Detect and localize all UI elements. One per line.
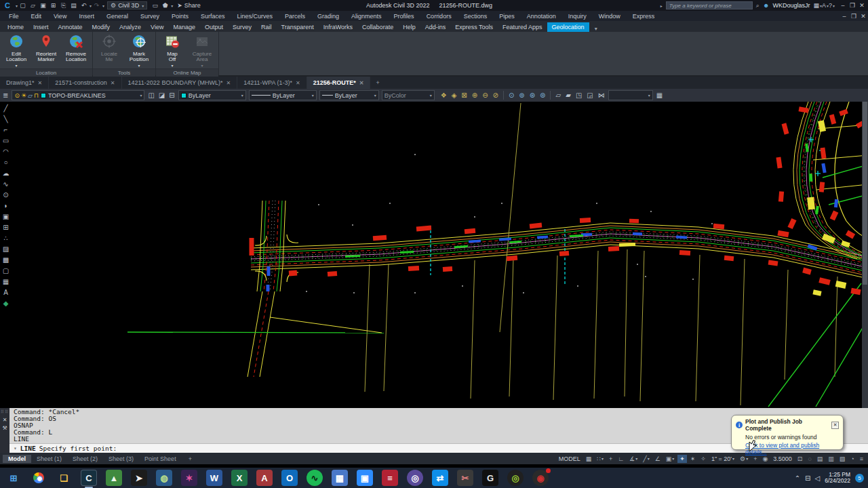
linetype-dropdown[interactable]: ByLayer ▾: [249, 90, 317, 100]
search-icon[interactable]: ⌕: [756, 2, 760, 9]
layer-properties-icon[interactable]: ≣: [2, 92, 9, 99]
unlock-layer-icon[interactable]: ⊜: [539, 92, 546, 99]
save-as-icon[interactable]: ⊞: [48, 2, 58, 9]
ribbon-tab-modify[interactable]: Modify: [87, 22, 115, 32]
ribbon-tab-express-tools[interactable]: Express Tools: [450, 22, 498, 32]
osnap-tracking-icon[interactable]: ∠: [653, 455, 663, 463]
mark-position-button[interactable]: Mark Position▾: [125, 33, 153, 68]
ribbon-tab-help[interactable]: Help: [398, 22, 420, 32]
scrollbar-thumb[interactable]: [863, 102, 867, 285]
ribbon-tab-home[interactable]: Home: [3, 22, 28, 32]
help-icon-caret[interactable]: ▾: [833, 3, 835, 8]
ribbon-tab-infraworks[interactable]: InfraWorks: [319, 22, 357, 32]
ribbon-tab-add-ins[interactable]: Add-ins: [420, 22, 451, 32]
menu-inquiry[interactable]: Inquiry: [562, 13, 593, 20]
extend-icon[interactable]: ◲: [586, 92, 593, 99]
drawing-canvas[interactable]: ╱╲⌐▭◠○☁∿⊙◗▣⊞∴▨▩▢▦A◆: [0, 102, 868, 408]
layout-tab-sheet-3[interactable]: Sheet (3): [103, 455, 139, 463]
polar-tracking-icon[interactable]: ∡▾: [627, 455, 639, 463]
panel-title-location[interactable]: Location: [0, 68, 92, 77]
doc-tab-drawing1[interactable]: Drawing1*✕: [0, 77, 49, 89]
menu-survey[interactable]: Survey: [134, 13, 165, 20]
doc-tab-close-icon[interactable]: ✕: [111, 80, 115, 86]
doc-tab-21256-route[interactable]: 21256-ROUTE*✕: [307, 77, 371, 89]
doc-restore-button[interactable]: ❐: [849, 13, 859, 20]
terrain-app[interactable]: ▲: [106, 470, 122, 486]
layout-tab-point-sheet[interactable]: Point Sheet: [139, 455, 182, 463]
plot-status-icon[interactable]: ▤: [815, 455, 825, 463]
doc-tab-21571-construction[interactable]: 21571-construction✕: [49, 77, 121, 89]
workspace-switching-icon[interactable]: ⚙▾: [738, 455, 750, 463]
line-tool-icon[interactable]: ╱: [1, 103, 11, 113]
map-off-button[interactable]: Map Off▾: [158, 33, 186, 68]
notification-close-button[interactable]: ✕: [831, 422, 839, 429]
ellipse-arc-tool-icon[interactable]: ◗: [1, 201, 11, 211]
doc-tab-close-icon[interactable]: ✕: [38, 80, 43, 86]
ribbon-tab-survey[interactable]: Survey: [228, 22, 256, 32]
search-expand-caret-icon[interactable]: ▸: [660, 3, 663, 8]
polyline-tool-icon[interactable]: ⌐: [1, 125, 11, 135]
remove-location-button[interactable]: Remove Location: [62, 33, 90, 63]
quick-properties-icon[interactable]: ⊡: [795, 455, 805, 463]
copy-nested-icon[interactable]: ▱: [555, 92, 561, 99]
doc-tab-14211-wpa-1-3[interactable]: 14211-WPA (1-3)*✕: [237, 77, 307, 89]
revision-cloud-tool-icon[interactable]: ☁: [1, 168, 11, 178]
restore-button[interactable]: ❐: [848, 2, 857, 9]
command-window-grip[interactable]: ⠿⠿ ✕ ⚒: [0, 408, 9, 453]
gradient-tool-icon[interactable]: ▩: [1, 255, 11, 265]
menu-lines-curves[interactable]: Lines/Curves: [231, 13, 279, 20]
region-tool-icon[interactable]: ▢: [1, 266, 11, 276]
redo-icon[interactable]: ↷: [92, 2, 102, 9]
zoom-app[interactable]: ▣: [357, 470, 373, 486]
spotify-app[interactable]: ∿: [307, 470, 323, 486]
menu-points[interactable]: Points: [165, 13, 195, 20]
logitech-app[interactable]: G: [482, 470, 498, 486]
access-app[interactable]: A: [256, 470, 273, 486]
menu-express[interactable]: Express: [627, 13, 661, 20]
doc-tab-14211-2022-boundary-mhwl[interactable]: 14211-2022 BOUNDARY (MHWL)*✕: [122, 77, 238, 89]
units-icon[interactable]: ◉: [760, 455, 770, 463]
layer-isolate-icon[interactable]: ⊟: [168, 92, 175, 99]
excel-app[interactable]: X: [231, 470, 248, 486]
panel-title-online-map[interactable]: Online Map: [156, 68, 218, 77]
teamviewer-app[interactable]: ⇄: [432, 470, 448, 486]
file-explorer-app[interactable]: ❏: [56, 470, 72, 486]
layout-tab-sheet-2[interactable]: Sheet (2): [67, 455, 103, 463]
calculator-app[interactable]: ▦: [332, 470, 348, 486]
autodesk-a-icon[interactable]: A: [822, 2, 826, 9]
edit-location-button[interactable]: Edit Location▾: [2, 33, 31, 68]
start-button[interactable]: ⊞: [5, 470, 22, 486]
hatch-tool-icon[interactable]: ▨: [1, 244, 11, 254]
chrome-app[interactable]: [31, 470, 47, 486]
ribbon-tab-annotate[interactable]: Annotate: [54, 22, 87, 32]
application-menu-button[interactable]: C: [0, 1, 15, 10]
layer-walk-icon[interactable]: ⊘: [492, 92, 499, 99]
workspace-dropdown[interactable]: ⚙ Civil 3D ▾: [107, 1, 147, 9]
civil3d-app[interactable]: C: [81, 470, 97, 486]
earth-app[interactable]: ◍: [156, 470, 172, 486]
share-button[interactable]: ➤ Share: [177, 2, 201, 9]
layer-off-icon[interactable]: ⊠: [460, 92, 467, 99]
ribbon-tab-manage[interactable]: Manage: [168, 22, 200, 32]
redo-icon-caret[interactable]: ▾: [102, 3, 104, 8]
volume-tray-icon[interactable]: ◁: [814, 474, 820, 482]
lineweight-value[interactable]: 3.5000: [771, 455, 794, 463]
empty-dropdown[interactable]: ▾: [608, 90, 653, 100]
recorder-app[interactable]: ◉: [532, 470, 549, 486]
media-app[interactable]: ➤: [131, 470, 147, 486]
notification-count-badge[interactable]: 5: [855, 474, 864, 483]
undo-icon[interactable]: ↶: [79, 2, 89, 9]
layer-freeze-icon[interactable]: ◈: [451, 92, 458, 99]
isolate-objects-icon[interactable]: ⊙: [508, 92, 515, 99]
app-store-cart-icon[interactable]: ▦: [813, 2, 819, 9]
arc-tool-icon[interactable]: ◠: [1, 146, 11, 157]
clock[interactable]: 1:25 PM 6/24/2022: [825, 472, 850, 485]
insert-block-tool-icon[interactable]: ▣: [1, 211, 11, 222]
trusted-dwg-icon[interactable]: ▥: [826, 455, 836, 463]
dynamic-input-icon[interactable]: +: [607, 455, 614, 463]
menu-profiles[interactable]: Profiles: [388, 13, 420, 20]
open-file-icon[interactable]: ▱: [28, 2, 38, 9]
ribbon-tab-collaborate[interactable]: Collaborate: [357, 22, 398, 32]
menu-annotation[interactable]: Annotation: [521, 13, 562, 20]
spline-tool-icon[interactable]: ∿: [1, 179, 11, 189]
